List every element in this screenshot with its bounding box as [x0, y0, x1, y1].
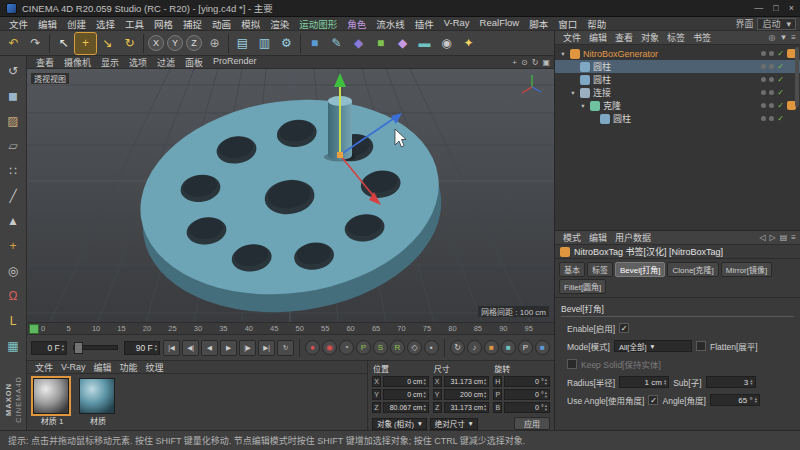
start-frame-field[interactable]: 0 F ▴▾	[31, 341, 67, 355]
render-settings-button[interactable]: ⚙	[276, 33, 297, 54]
size-mode-select[interactable]: 绝对尺寸▾	[430, 418, 478, 430]
rotation-field[interactable]: H 0 °▴▾	[493, 376, 550, 387]
position-field[interactable]: X 0 cm▴▾	[372, 376, 429, 387]
size-field[interactable]: Y 200 cm▴▾	[433, 389, 490, 400]
enabled-check-icon[interactable]: ✓	[777, 101, 784, 110]
add-light-button[interactable]: ✦	[458, 33, 479, 54]
visibility-dot-render[interactable]	[769, 77, 774, 82]
object-manager-menu-item[interactable]: 文件	[559, 31, 585, 44]
attribute-menu-item[interactable]: 模式	[559, 231, 585, 244]
menu-item[interactable]: 工具	[120, 17, 149, 31]
visibility-dot-render[interactable]	[769, 116, 774, 121]
timeline-ruler[interactable]: 05101520253035404550556065707580859095	[27, 322, 554, 335]
attr-menu-icon[interactable]: ≡	[791, 233, 796, 242]
redo-button[interactable]: ↷	[25, 33, 46, 54]
rotation-field[interactable]: P 0 °▴▾	[493, 389, 550, 400]
enabled-check-icon[interactable]: ✓	[777, 75, 784, 84]
key-scale-toggle[interactable]: S	[373, 340, 388, 355]
attribute-tab[interactable]: 标签	[587, 262, 613, 277]
om-filter-icon[interactable]: ▼	[779, 33, 787, 42]
attribute-tab[interactable]: Fillet[圆角]	[559, 279, 606, 294]
scale-tool[interactable]: ↘	[97, 33, 118, 54]
model-mode-icon[interactable]: ◼	[1, 83, 25, 108]
menu-item[interactable]: 脚本	[524, 17, 553, 31]
enable-checkbox[interactable]: ✓	[619, 323, 629, 333]
expander-icon[interactable]: ▾	[579, 102, 587, 110]
enabled-check-icon[interactable]: ✓	[777, 88, 784, 97]
key-position-toggle[interactable]: P	[356, 340, 371, 355]
scrollbar[interactable]	[795, 47, 799, 107]
quick-p-button[interactable]: P	[518, 340, 533, 355]
quick-blue-button[interactable]: ■	[535, 340, 550, 355]
expander-icon[interactable]: ▾	[569, 89, 577, 97]
material-thumbnail-2[interactable]: 材质	[79, 378, 117, 426]
menu-item[interactable]: 文件	[4, 17, 33, 31]
expander-icon[interactable]: ▾	[559, 50, 567, 58]
rotate-view-icon[interactable]: ↻	[532, 58, 539, 67]
viewport-solo-icon[interactable]: ◎	[1, 258, 25, 283]
close-button[interactable]: ×	[789, 3, 794, 13]
enabled-check-icon[interactable]: ✓	[777, 62, 784, 71]
texture-mode-icon[interactable]: ▨	[1, 108, 25, 133]
material-menu-item[interactable]: 文件	[31, 361, 57, 374]
add-mograph-button[interactable]: ■	[370, 33, 391, 54]
play-button[interactable]: ▶	[220, 340, 237, 356]
material-menu-item[interactable]: 功能	[116, 361, 142, 374]
rotation-field[interactable]: B 0 °▴▾	[493, 402, 550, 413]
add-camera-button[interactable]: ◉	[436, 33, 457, 54]
size-field[interactable]: Z 31.173 cm▴▾	[433, 402, 490, 413]
viewport-menu-item[interactable]: 查看	[31, 56, 59, 69]
object-manager-menu-item[interactable]: 标签	[663, 31, 689, 44]
menu-item[interactable]: RealFlow	[475, 17, 525, 31]
coordinate-mode-select[interactable]: 对象 (相对)▾	[372, 418, 427, 430]
attribute-tab[interactable]: 基本	[559, 262, 585, 277]
visibility-dot-render[interactable]	[769, 103, 774, 108]
object-manager-menu-item[interactable]: 编辑	[585, 31, 611, 44]
add-deformer-button[interactable]: ◆	[392, 33, 413, 54]
flatten-checkbox[interactable]	[696, 341, 706, 351]
menu-item[interactable]: 帮助	[582, 17, 611, 31]
menu-item[interactable]: 角色	[342, 17, 371, 31]
visibility-dot-render[interactable]	[769, 51, 774, 56]
viewport-menu-item[interactable]: 显示	[96, 56, 124, 69]
use-angle-checkbox[interactable]: ✓	[648, 395, 658, 405]
menu-item[interactable]: 动画	[207, 17, 236, 31]
object-manager-menu-item[interactable]: 对象	[637, 31, 663, 44]
timeline-slider[interactable]	[73, 345, 118, 350]
attr-pin-icon[interactable]: ▤	[780, 233, 788, 242]
workplane-mode-icon[interactable]: ▱	[1, 133, 25, 158]
tree-item-cylinder-3[interactable]: 圆柱 ✓	[555, 112, 800, 125]
maximize-button[interactable]: □	[773, 3, 778, 13]
pan-view-icon[interactable]: +	[512, 58, 517, 67]
menu-item[interactable]: 窗口	[553, 17, 582, 31]
toolbar-icon[interactable]	[143, 34, 144, 53]
viewport-menu-item[interactable]: 摄像机	[59, 56, 96, 69]
toolbar-icon[interactable]	[49, 34, 50, 53]
om-search-icon[interactable]: ◎	[768, 33, 775, 42]
key-parameter-toggle[interactable]: ◇	[407, 340, 422, 355]
material-menu-item[interactable]: V-Ray	[57, 362, 90, 372]
render-view-button[interactable]: ▤	[232, 33, 253, 54]
menu-item[interactable]: 网格	[149, 17, 178, 31]
apply-button[interactable]: 应用	[514, 417, 550, 430]
viewport-canvas[interactable]: 网格间距 : 100 cm	[27, 69, 554, 322]
enabled-check-icon[interactable]: ✓	[777, 114, 784, 123]
menu-item[interactable]: 创建	[62, 17, 91, 31]
visibility-dot-editor[interactable]	[761, 116, 766, 121]
menu-item[interactable]: 运动图形	[294, 17, 342, 31]
material-menu-item[interactable]: 纹理	[142, 361, 168, 374]
timeline-playhead[interactable]	[29, 324, 39, 334]
prev-frame-button[interactable]: ◀	[201, 340, 218, 356]
menu-item[interactable]: V-Ray	[439, 17, 475, 31]
visibility-dot-editor[interactable]	[761, 103, 766, 108]
attribute-tab[interactable]: Clone[克隆]	[667, 262, 718, 277]
add-spline-button[interactable]: ✎	[326, 33, 347, 54]
add-environment-button[interactable]: ▬	[414, 33, 435, 54]
visibility-dot-render[interactable]	[769, 90, 774, 95]
attribute-tab[interactable]: Bevel[打角]	[615, 262, 665, 277]
zoom-view-icon[interactable]: ⊙	[521, 58, 528, 67]
size-field[interactable]: X 31.173 cm▴▾	[433, 376, 490, 387]
visibility-dot-editor[interactable]	[761, 90, 766, 95]
viewport-menu-item[interactable]: 选项	[124, 56, 152, 69]
locked-workplane-icon[interactable]: L	[1, 308, 25, 333]
